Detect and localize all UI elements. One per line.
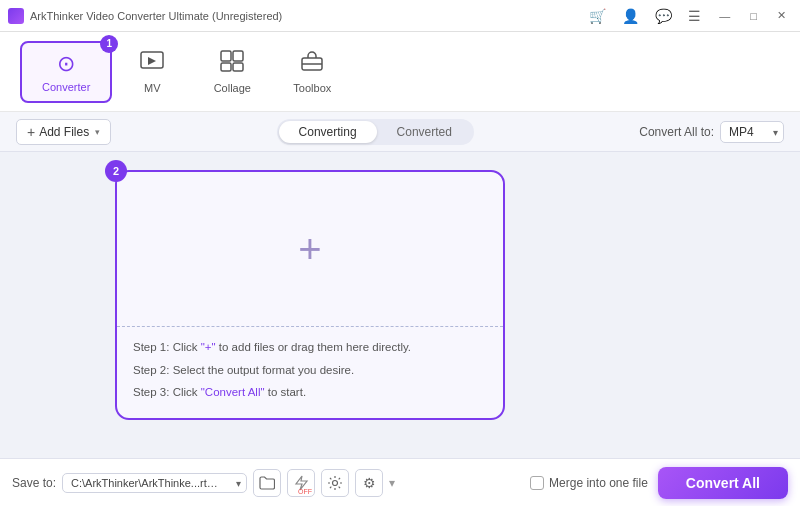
path-wrap: C:\ArkThinker\ArkThinke...rter Ultimate\… [62, 473, 247, 493]
user-icon[interactable]: 👤 [618, 6, 643, 26]
app-window: ArkThinker Video Converter Ultimate (Unr… [0, 0, 800, 506]
save-to-section: Save to: C:\ArkThinker\ArkThinke...rter … [12, 469, 395, 497]
dropdown-arrow-icon: ▾ [95, 127, 100, 137]
save-to-label: Save to: [12, 476, 56, 490]
app-icon [8, 8, 24, 24]
nav-converter-wrap: ⊙ Converter 1 [20, 41, 112, 103]
toolbox-label: Toolbox [293, 82, 331, 94]
tab-converting[interactable]: Converting [279, 121, 377, 143]
menu-icon[interactable]: ☰ [684, 6, 705, 26]
add-icon: + [298, 229, 321, 269]
convert-all-button[interactable]: Convert All [658, 467, 788, 499]
tab-group: Converting Converted [277, 119, 474, 145]
title-bar-controls: 🛒 👤 💬 ☰ — □ ✕ [585, 6, 792, 26]
mv-icon [140, 50, 164, 78]
svg-rect-4 [233, 63, 243, 71]
converter-badge: 1 [100, 35, 118, 53]
drop-zone-instructions: Step 1: Click "+" to add files or drag t… [117, 327, 503, 418]
bottom-right: Merge into one file Convert All [530, 467, 788, 499]
add-files-label: Add Files [39, 125, 89, 139]
cart-icon[interactable]: 🛒 [585, 6, 610, 26]
converter-label: Converter [42, 81, 90, 93]
plus-icon: + [27, 124, 35, 140]
chat-icon[interactable]: 💬 [651, 6, 676, 26]
mv-label: MV [144, 82, 161, 94]
drop-zone-badge: 2 [105, 160, 127, 182]
svg-rect-3 [221, 63, 231, 71]
svg-point-7 [333, 480, 338, 485]
merge-check: Merge into one file [530, 476, 648, 490]
content-area: 2 + Step 1: Click "+" to add files or dr… [0, 152, 800, 506]
maximize-button[interactable]: □ [744, 10, 763, 22]
lightning-button[interactable]: OFF [287, 469, 315, 497]
format-select[interactable]: MP4 MKV AVI MOV WMV [720, 121, 784, 143]
more-options-button[interactable]: ⚙ [355, 469, 383, 497]
settings-button[interactable] [321, 469, 349, 497]
svg-rect-2 [233, 51, 243, 61]
title-bar-left: ArkThinker Video Converter Ultimate (Unr… [8, 8, 282, 24]
convert-all-selector: Convert All to: MP4 MKV AVI MOV WMV [639, 121, 784, 143]
svg-rect-1 [221, 51, 231, 61]
title-bar: ArkThinker Video Converter Ultimate (Unr… [0, 0, 800, 32]
step-3-text: Step 3: Click "Convert All" to start. [133, 384, 487, 401]
window-title: ArkThinker Video Converter Ultimate (Unr… [30, 10, 282, 22]
toolbox-icon [300, 50, 324, 78]
format-select-wrap: MP4 MKV AVI MOV WMV [720, 121, 784, 143]
collage-label: Collage [214, 82, 251, 94]
nav-item-toolbox[interactable]: Toolbox [272, 42, 352, 102]
options-dropdown-arrow[interactable]: ▾ [389, 476, 395, 490]
merge-checkbox[interactable] [530, 476, 544, 490]
close-button[interactable]: ✕ [771, 9, 792, 22]
merge-label: Merge into one file [549, 476, 648, 490]
drop-zone[interactable]: + Step 1: Click "+" to add files or drag… [115, 170, 505, 420]
main-toolbar: ⊙ Converter 1 MV [0, 32, 800, 112]
nav-item-mv[interactable]: MV [112, 42, 192, 102]
minimize-button[interactable]: — [713, 10, 736, 22]
sub-toolbar: + Add Files ▾ Converting Converted Conve… [0, 112, 800, 152]
convert-all-label: Convert All to: [639, 125, 714, 139]
nav-item-collage[interactable]: Collage [192, 42, 272, 102]
collage-icon [220, 50, 244, 78]
nav-item-converter[interactable]: ⊙ Converter [20, 41, 112, 103]
save-path-display[interactable]: C:\ArkThinker\ArkThinke...rter Ultimate\… [62, 473, 247, 493]
browse-folder-button[interactable] [253, 469, 281, 497]
tab-converted[interactable]: Converted [377, 121, 472, 143]
converter-icon: ⊙ [57, 51, 75, 77]
drop-zone-upper: + [117, 172, 503, 327]
step-1-text: Step 1: Click "+" to add files or drag t… [133, 339, 487, 356]
bottom-bar: Save to: C:\ArkThinker\ArkThinke...rter … [0, 458, 800, 506]
step-2-text: Step 2: Select the output format you des… [133, 362, 487, 379]
add-files-button[interactable]: + Add Files ▾ [16, 119, 111, 145]
